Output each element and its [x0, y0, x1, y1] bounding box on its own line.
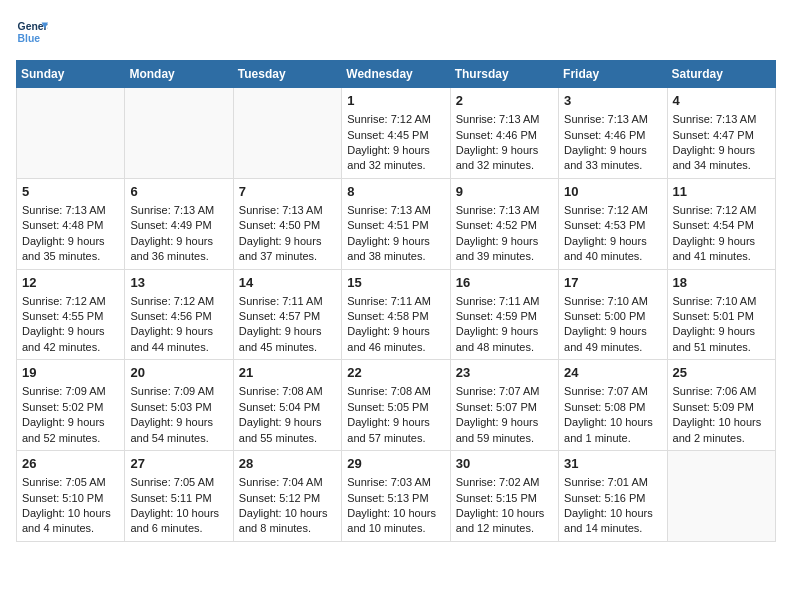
logo-icon: General Blue — [16, 16, 48, 48]
day-info: Sunrise: 7:13 AM — [22, 203, 119, 218]
day-info: Sunrise: 7:09 AM — [22, 384, 119, 399]
day-info: Sunrise: 7:07 AM — [564, 384, 661, 399]
day-info: Sunrise: 7:11 AM — [456, 294, 553, 309]
day-info: Sunset: 4:55 PM — [22, 309, 119, 324]
day-info: Daylight: 9 hours and 49 minutes. — [564, 324, 661, 355]
day-number: 29 — [347, 455, 444, 473]
day-number: 20 — [130, 364, 227, 382]
calendar-cell: 14Sunrise: 7:11 AMSunset: 4:57 PMDayligh… — [233, 269, 341, 360]
day-info: Sunrise: 7:07 AM — [456, 384, 553, 399]
day-info: Sunrise: 7:03 AM — [347, 475, 444, 490]
day-info: Sunrise: 7:09 AM — [130, 384, 227, 399]
calendar-cell: 6Sunrise: 7:13 AMSunset: 4:49 PMDaylight… — [125, 178, 233, 269]
calendar-cell: 11Sunrise: 7:12 AMSunset: 4:54 PMDayligh… — [667, 178, 775, 269]
day-info: Sunrise: 7:13 AM — [673, 112, 770, 127]
day-info: Sunset: 4:47 PM — [673, 128, 770, 143]
day-info: Sunset: 5:00 PM — [564, 309, 661, 324]
day-info: Sunset: 5:16 PM — [564, 491, 661, 506]
day-info: Sunset: 5:02 PM — [22, 400, 119, 415]
day-number: 2 — [456, 92, 553, 110]
header-day: Tuesday — [233, 61, 341, 88]
calendar-cell: 23Sunrise: 7:07 AMSunset: 5:07 PMDayligh… — [450, 360, 558, 451]
day-number: 7 — [239, 183, 336, 201]
day-number: 26 — [22, 455, 119, 473]
day-info: Sunrise: 7:08 AM — [239, 384, 336, 399]
header-day: Sunday — [17, 61, 125, 88]
day-info: Sunset: 5:03 PM — [130, 400, 227, 415]
day-info: Daylight: 9 hours and 37 minutes. — [239, 234, 336, 265]
day-number: 31 — [564, 455, 661, 473]
day-info: Daylight: 9 hours and 54 minutes. — [130, 415, 227, 446]
day-info: Sunset: 5:13 PM — [347, 491, 444, 506]
calendar-cell — [17, 88, 125, 179]
day-info: Daylight: 10 hours and 2 minutes. — [673, 415, 770, 446]
calendar-cell: 30Sunrise: 7:02 AMSunset: 5:15 PMDayligh… — [450, 451, 558, 542]
day-info: Sunrise: 7:02 AM — [456, 475, 553, 490]
day-info: Daylight: 9 hours and 55 minutes. — [239, 415, 336, 446]
day-number: 16 — [456, 274, 553, 292]
day-number: 11 — [673, 183, 770, 201]
day-info: Daylight: 9 hours and 45 minutes. — [239, 324, 336, 355]
day-info: Sunrise: 7:13 AM — [347, 203, 444, 218]
day-info: Sunset: 5:10 PM — [22, 491, 119, 506]
day-info: Sunset: 5:08 PM — [564, 400, 661, 415]
day-info: Daylight: 9 hours and 52 minutes. — [22, 415, 119, 446]
day-info: Daylight: 9 hours and 32 minutes. — [347, 143, 444, 174]
header-day: Friday — [559, 61, 667, 88]
calendar-cell: 26Sunrise: 7:05 AMSunset: 5:10 PMDayligh… — [17, 451, 125, 542]
day-info: Sunset: 4:57 PM — [239, 309, 336, 324]
day-number: 24 — [564, 364, 661, 382]
calendar-cell: 2Sunrise: 7:13 AMSunset: 4:46 PMDaylight… — [450, 88, 558, 179]
calendar-cell: 4Sunrise: 7:13 AMSunset: 4:47 PMDaylight… — [667, 88, 775, 179]
day-info: Sunset: 5:04 PM — [239, 400, 336, 415]
day-info: Daylight: 9 hours and 40 minutes. — [564, 234, 661, 265]
day-info: Sunrise: 7:05 AM — [130, 475, 227, 490]
calendar-week: 5Sunrise: 7:13 AMSunset: 4:48 PMDaylight… — [17, 178, 776, 269]
day-info: Sunset: 5:01 PM — [673, 309, 770, 324]
calendar-cell — [667, 451, 775, 542]
calendar-cell: 13Sunrise: 7:12 AMSunset: 4:56 PMDayligh… — [125, 269, 233, 360]
day-info: Daylight: 9 hours and 38 minutes. — [347, 234, 444, 265]
day-info: Sunrise: 7:01 AM — [564, 475, 661, 490]
day-info: Daylight: 9 hours and 51 minutes. — [673, 324, 770, 355]
day-info: Sunset: 5:11 PM — [130, 491, 227, 506]
day-info: Sunset: 5:15 PM — [456, 491, 553, 506]
logo: General Blue — [16, 16, 52, 48]
day-info: Sunrise: 7:12 AM — [347, 112, 444, 127]
header-row: SundayMondayTuesdayWednesdayThursdayFrid… — [17, 61, 776, 88]
day-info: Sunset: 5:07 PM — [456, 400, 553, 415]
day-info: Sunrise: 7:06 AM — [673, 384, 770, 399]
calendar-cell: 12Sunrise: 7:12 AMSunset: 4:55 PMDayligh… — [17, 269, 125, 360]
calendar-table: SundayMondayTuesdayWednesdayThursdayFrid… — [16, 60, 776, 542]
day-info: Daylight: 9 hours and 46 minutes. — [347, 324, 444, 355]
day-info: Sunrise: 7:10 AM — [673, 294, 770, 309]
day-number: 19 — [22, 364, 119, 382]
day-info: Daylight: 10 hours and 6 minutes. — [130, 506, 227, 537]
calendar-cell: 17Sunrise: 7:10 AMSunset: 5:00 PMDayligh… — [559, 269, 667, 360]
day-info: Sunset: 4:59 PM — [456, 309, 553, 324]
day-info: Sunrise: 7:13 AM — [564, 112, 661, 127]
day-info: Sunrise: 7:13 AM — [456, 112, 553, 127]
day-info: Sunset: 4:49 PM — [130, 218, 227, 233]
day-info: Sunrise: 7:12 AM — [130, 294, 227, 309]
calendar-cell — [125, 88, 233, 179]
day-info: Sunrise: 7:05 AM — [22, 475, 119, 490]
svg-text:Blue: Blue — [18, 33, 41, 44]
day-info: Daylight: 9 hours and 57 minutes. — [347, 415, 444, 446]
day-info: Daylight: 9 hours and 34 minutes. — [673, 143, 770, 174]
calendar-cell: 8Sunrise: 7:13 AMSunset: 4:51 PMDaylight… — [342, 178, 450, 269]
calendar-cell: 27Sunrise: 7:05 AMSunset: 5:11 PMDayligh… — [125, 451, 233, 542]
calendar-cell: 3Sunrise: 7:13 AMSunset: 4:46 PMDaylight… — [559, 88, 667, 179]
day-info: Sunset: 4:46 PM — [456, 128, 553, 143]
day-info: Daylight: 9 hours and 48 minutes. — [456, 324, 553, 355]
day-info: Sunset: 4:45 PM — [347, 128, 444, 143]
calendar-cell — [233, 88, 341, 179]
day-number: 17 — [564, 274, 661, 292]
calendar-week: 12Sunrise: 7:12 AMSunset: 4:55 PMDayligh… — [17, 269, 776, 360]
day-info: Sunset: 4:56 PM — [130, 309, 227, 324]
day-info: Sunrise: 7:13 AM — [239, 203, 336, 218]
page-header: General Blue — [16, 16, 776, 48]
day-number: 27 — [130, 455, 227, 473]
day-number: 13 — [130, 274, 227, 292]
day-info: Sunrise: 7:12 AM — [564, 203, 661, 218]
